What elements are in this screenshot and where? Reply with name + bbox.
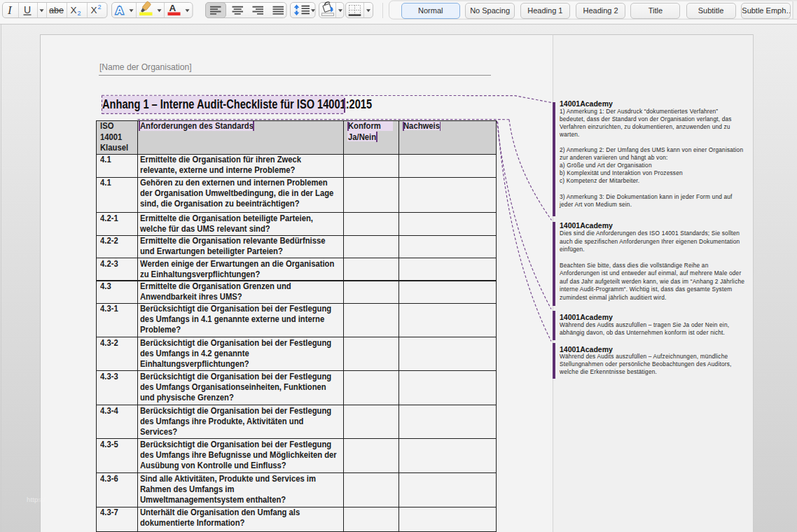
svg-text:2: 2 <box>98 4 102 10</box>
svg-text:X: X <box>71 5 77 15</box>
svg-text:U: U <box>24 4 31 15</box>
svg-text:A: A <box>116 4 123 16</box>
svg-text:A: A <box>169 3 176 13</box>
svg-text:X: X <box>91 5 97 15</box>
svg-text:2: 2 <box>78 10 81 17</box>
svg-text:abe: abe <box>49 6 64 15</box>
